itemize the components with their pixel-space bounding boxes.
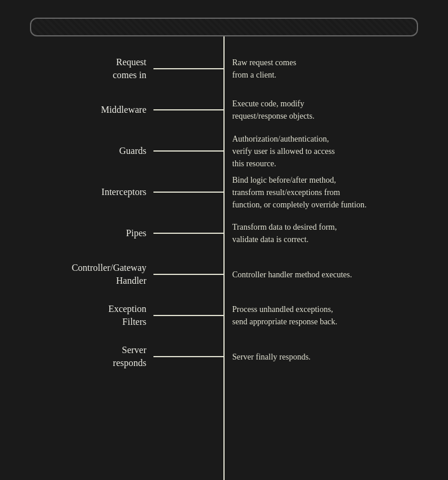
h-line-exception (153, 315, 224, 316)
connector-request (153, 68, 224, 69)
right-desc-controller: Controller handler method executes. (224, 268, 447, 281)
diagram-container: Requestcomes inRaw request comesfrom a c… (1, 36, 447, 480)
list-item-controller: Controller/GatewayHandlerController hand… (1, 254, 447, 295)
right-desc-request: Raw request comesfrom a client. (224, 56, 447, 81)
left-label-pipes: Pipes (1, 227, 153, 240)
left-label-interceptors: Interceptors (1, 186, 153, 199)
right-desc-pipes: Transform data to desired form,validate … (224, 221, 447, 246)
connector-interceptors (153, 192, 224, 193)
h-line-guards (153, 150, 224, 152)
h-line-request (153, 68, 224, 69)
list-item-middleware: MiddlewareExecute code, modifyrequest/re… (1, 89, 447, 130)
left-label-middleware: Middleware (1, 103, 153, 116)
left-label-controller: Controller/GatewayHandler (1, 261, 153, 288)
list-item-exception: ExceptionFiltersProcess unhandled except… (1, 295, 447, 336)
h-line-controller (153, 274, 224, 275)
h-line-server (153, 356, 224, 357)
connector-guards (153, 150, 224, 152)
left-label-guards: Guards (1, 145, 153, 157)
list-item-interceptors: InterceptorsBind logic before/after meth… (1, 172, 447, 213)
connector-middleware (153, 109, 224, 110)
list-item-guards: GuardsAuthorization/authentication,verif… (1, 130, 447, 172)
right-desc-server: Server finally responds. (224, 351, 447, 363)
right-desc-interceptors: Bind logic before/after method,transform… (224, 174, 447, 211)
right-desc-middleware: Execute code, modifyrequest/response obj… (224, 98, 447, 122)
connector-controller (153, 274, 224, 275)
right-desc-exception: Process unhandled exceptions,send approp… (224, 303, 447, 328)
h-line-pipes (153, 233, 224, 234)
left-label-exception: ExceptionFilters (1, 303, 153, 329)
title-box (30, 18, 418, 36)
connector-exception (153, 315, 224, 316)
right-desc-guards: Authorization/authentication,verify user… (224, 133, 447, 170)
connector-server (153, 356, 224, 357)
list-item-request: Requestcomes inRaw request comesfrom a c… (1, 48, 447, 89)
connector-pipes (153, 233, 224, 234)
left-label-request: Requestcomes in (1, 56, 153, 82)
list-item-server: ServerrespondsServer finally responds. (1, 336, 447, 377)
h-line-middleware (153, 109, 224, 110)
left-label-server: Serverresponds (1, 344, 153, 370)
h-line-interceptors (153, 192, 224, 193)
list-item-pipes: PipesTransform data to desired form,vali… (1, 213, 447, 254)
lifecycle-list: Requestcomes inRaw request comesfrom a c… (1, 48, 447, 377)
